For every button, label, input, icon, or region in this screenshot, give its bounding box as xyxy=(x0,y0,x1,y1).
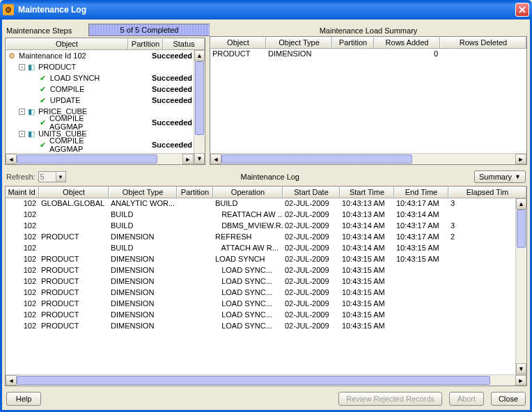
log-row[interactable]: 102BUILD ATTACH AW R...02-JUL-200910:43:… xyxy=(6,243,515,254)
log-row[interactable]: 102PRODUCTDIMENSION LOAD SYNC...02-JUL-2… xyxy=(6,287,515,299)
summary-dropdown[interactable]: Summary ▼ xyxy=(474,171,526,183)
tree-row[interactable]: LOAD SYNCHSucceeded xyxy=(6,72,194,84)
app-icon xyxy=(3,4,14,15)
col-partition[interactable]: Partition xyxy=(128,38,163,49)
sum-col-rows-deleted[interactable]: Rows Deleted xyxy=(440,37,526,48)
log-row[interactable]: 102PRODUCTDIMENSION LOAD SYNC...02-JUL-2… xyxy=(6,321,515,332)
chevron-down-icon[interactable]: ▼ xyxy=(56,172,65,182)
tree-label: PRODUCT xyxy=(38,63,76,71)
log-row[interactable]: 102PRODUCTDIMENSION LOAD SYNC...02-JUL-2… xyxy=(6,299,515,310)
log-col-type[interactable]: Object Type xyxy=(109,187,177,198)
status-cell: Succeeded xyxy=(152,141,194,149)
maintenance-log-pane: Maint Id Object Object Type Partition Op… xyxy=(5,186,527,386)
log-row[interactable]: 102PRODUCTDIMENSION LOAD SYNC...02-JUL-2… xyxy=(6,276,515,287)
scroll-right-icon[interactable]: ► xyxy=(515,375,526,386)
abort-button: Abort xyxy=(449,392,484,406)
tree-label: Maintenance Id 102 xyxy=(19,52,86,60)
progress-text: 5 of 5 Completed xyxy=(120,26,179,34)
scroll-down-icon[interactable]: ▼ xyxy=(194,153,205,164)
check-icon xyxy=(38,73,48,83)
scroll-right-icon[interactable]: ► xyxy=(182,154,194,164)
maintenance-steps-pane: Maintenance Steps 5 of 5 Completed Objec… xyxy=(5,22,205,165)
tree-label: COMPILE xyxy=(50,85,85,93)
log-vscroll[interactable]: ▲ ▼ xyxy=(515,198,526,374)
log-row[interactable]: 102BUILD DBMS_MVIEW.R...02-JUL-200910:43… xyxy=(6,221,515,232)
status-cell: Succeeded xyxy=(152,118,194,127)
chevron-down-icon: ▼ xyxy=(515,173,521,180)
log-col-partition[interactable]: Partition xyxy=(177,187,213,198)
log-col-elapsed[interactable]: Elapsed Tim xyxy=(448,187,526,198)
tree-row[interactable]: COMPILE AGGMAPSucceeded xyxy=(6,139,194,150)
load-summary-pane: Maintenance Load Summary Object Object T… xyxy=(210,22,527,165)
summary-row[interactable]: PRODUCTDIMENSION0 xyxy=(210,49,526,60)
status-cell: Succeeded xyxy=(152,52,194,60)
log-col-object[interactable]: Object xyxy=(39,187,109,198)
summary-body[interactable]: PRODUCTDIMENSION0 xyxy=(210,49,526,153)
status-cell: Succeeded xyxy=(152,96,194,104)
close-button[interactable]: Close xyxy=(491,392,526,406)
review-rejected-button: Review Rejected Records xyxy=(338,392,442,406)
sum-col-partition[interactable]: Partition xyxy=(332,37,374,48)
load-summary-title: Maintenance Load Summary xyxy=(210,26,527,35)
tree-row[interactable]: UPDATESucceeded xyxy=(6,95,194,106)
steps-hscroll[interactable]: ◄ ► xyxy=(6,153,194,164)
scroll-right-icon[interactable]: ► xyxy=(515,154,526,164)
summary-dropdown-label: Summary xyxy=(479,173,512,181)
window-title: Maintenance Log xyxy=(18,5,86,15)
maintenance-log-title: Maintenance Log xyxy=(66,173,474,181)
log-row[interactable]: 102PRODUCTDIMENSION LOAD SYNC...02-JUL-2… xyxy=(6,265,515,276)
status-cell: Succeeded xyxy=(152,85,194,93)
col-status[interactable]: Status xyxy=(163,38,205,49)
sum-col-rows-added[interactable]: Rows Added xyxy=(374,37,440,48)
tree-label: UPDATE xyxy=(50,96,81,104)
log-col-maint-id[interactable]: Maint Id xyxy=(6,187,39,198)
scroll-left-icon[interactable]: ◄ xyxy=(6,154,17,164)
tree-label: LOAD SYNCH xyxy=(50,74,100,82)
cube-icon xyxy=(26,62,36,72)
log-row[interactable]: 102PRODUCTDIMENSION LOAD SYNC...02-JUL-2… xyxy=(6,310,515,321)
sum-col-type[interactable]: Object Type xyxy=(266,37,332,48)
help-button[interactable]: Help xyxy=(6,392,41,406)
tree-toggle-icon[interactable]: - xyxy=(19,64,25,70)
log-col-end-time[interactable]: End Time xyxy=(394,187,448,198)
steps-vscroll[interactable]: ▲ ▼ xyxy=(194,50,205,164)
log-hscroll[interactable]: ◄ ► xyxy=(6,374,526,386)
scroll-left-icon[interactable]: ◄ xyxy=(210,154,221,164)
check-icon xyxy=(38,95,48,105)
status-cell: Succeeded xyxy=(152,74,194,82)
titlebar[interactable]: Maintenance Log xyxy=(0,0,532,19)
tree-row[interactable]: -PRODUCT xyxy=(6,61,194,72)
tree-row[interactable]: COMPILE AGGMAPSucceeded xyxy=(6,117,194,128)
check-icon xyxy=(38,84,48,94)
summary-hscroll[interactable]: ◄ ► xyxy=(210,153,526,164)
log-body[interactable]: 102GLOBAL.GLOBALANALYTIC WOR...BUILD02-J… xyxy=(6,198,515,374)
tree-row[interactable]: COMPILESucceeded xyxy=(6,84,194,95)
col-object[interactable]: Object xyxy=(6,38,128,49)
scroll-down-icon[interactable]: ▼ xyxy=(516,363,526,374)
scroll-up-icon[interactable]: ▲ xyxy=(194,50,205,61)
tree-label: COMPILE AGGMAP xyxy=(49,136,117,153)
scroll-left-icon[interactable]: ◄ xyxy=(6,375,17,386)
tree-row[interactable]: Maintenance Id 102Succeeded xyxy=(6,50,194,61)
log-row[interactable]: 102PRODUCTDIMENSIONREFRESH02-JUL-200910:… xyxy=(6,232,515,243)
check-icon xyxy=(38,140,47,150)
log-row[interactable]: 102PRODUCTDIMENSIONLOAD SYNCH02-JUL-2009… xyxy=(6,254,515,265)
maint-icon xyxy=(7,51,17,61)
progress-bar: 5 of 5 Completed xyxy=(88,24,210,36)
log-col-start-time[interactable]: Start Time xyxy=(340,187,394,198)
refresh-spinner[interactable]: ▼ xyxy=(38,171,66,182)
refresh-label: Refresh: xyxy=(6,173,36,181)
refresh-input[interactable] xyxy=(39,172,56,182)
log-col-start-date[interactable]: Start Date xyxy=(283,187,340,198)
sum-col-object[interactable]: Object xyxy=(210,37,266,48)
scroll-up-icon[interactable]: ▲ xyxy=(516,198,526,209)
log-row[interactable]: 102GLOBAL.GLOBALANALYTIC WOR...BUILD02-J… xyxy=(6,198,515,209)
window-close-button[interactable] xyxy=(515,3,529,17)
log-col-operation[interactable]: Operation xyxy=(213,187,283,198)
log-row[interactable]: 102BUILD REATTACH AW ...02-JUL-200910:43… xyxy=(6,209,515,221)
steps-tree[interactable]: Maintenance Id 102Succeeded -PRODUCT LOA… xyxy=(6,50,194,153)
check-icon xyxy=(38,118,47,127)
